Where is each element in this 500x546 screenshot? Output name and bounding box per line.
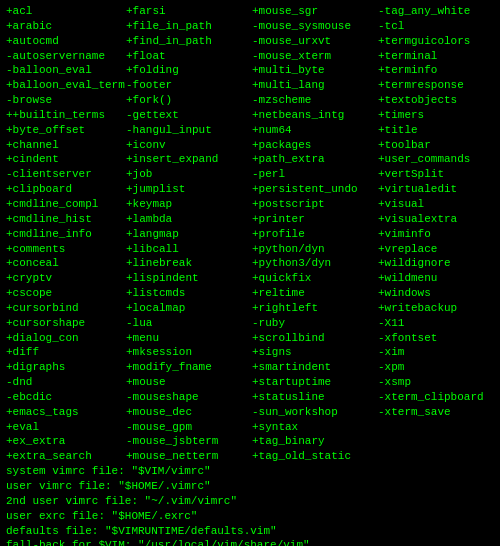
feature-col1: +cscope — [6, 286, 126, 301]
feature-col3: +persistent_undo — [252, 182, 378, 197]
feature-col4: +wildmenu — [378, 271, 494, 286]
footer-line: defaults file: "$VIMRUNTIME/defaults.vim… — [6, 524, 494, 539]
feature-col2: +modify_fname — [126, 360, 252, 375]
feature-col2: +menu — [126, 331, 252, 346]
feature-col3: -mouse_sysmouse — [252, 19, 378, 34]
feature-col2: +langmap — [126, 227, 252, 242]
feature-col3: +printer — [252, 212, 378, 227]
feature-col2: +find_in_path — [126, 34, 252, 49]
feature-row: +eval-mouse_gpm+syntax — [6, 420, 494, 435]
feature-col2: +localmap — [126, 301, 252, 316]
feature-col3: +postscript — [252, 197, 378, 212]
feature-col1: +balloon_eval_term — [6, 78, 126, 93]
feature-row: +cmdline_compl+keymap+postscript+visual — [6, 197, 494, 212]
feature-col3: +num64 — [252, 123, 378, 138]
feature-col3: +reltime — [252, 286, 378, 301]
feature-col4: +terminfo — [378, 63, 494, 78]
feature-row: -ebcdic-mouseshape+statusline-xterm_clip… — [6, 390, 494, 405]
feature-col2: -mouse_jsbterm — [126, 434, 252, 449]
feature-col4: -xterm_clipboard — [378, 390, 494, 405]
feature-row: -dnd+mouse+startuptime-xsmp — [6, 375, 494, 390]
feature-row: +conceal+linebreak+python3/dyn+wildignor… — [6, 256, 494, 271]
feature-col4: -xsmp — [378, 375, 494, 390]
feature-col3: +python3/dyn — [252, 256, 378, 271]
feature-col2: -mouse_gpm — [126, 420, 252, 435]
feature-col3: -perl — [252, 167, 378, 182]
feature-col3: +python/dyn — [252, 242, 378, 257]
feature-col3: -ruby — [252, 316, 378, 331]
feature-col3: +startuptime — [252, 375, 378, 390]
feature-row: +arabic+file_in_path-mouse_sysmouse-tcl — [6, 19, 494, 34]
feature-row: +comments+libcall+python/dyn+vreplace — [6, 242, 494, 257]
feature-row: +channel+iconv+packages+toolbar — [6, 138, 494, 153]
feature-col1: +channel — [6, 138, 126, 153]
feature-col1: -balloon_eval — [6, 63, 126, 78]
feature-col3: -mzscheme — [252, 93, 378, 108]
feature-col1: ++builtin_terms — [6, 108, 126, 123]
feature-row: -clientserver+job-perl+vertSplit — [6, 167, 494, 182]
feature-col2: +insert_expand — [126, 152, 252, 167]
feature-row: +dialog_con+menu+scrollbind-xfontset — [6, 331, 494, 346]
feature-col2: -gettext — [126, 108, 252, 123]
feature-col2: +float — [126, 49, 252, 64]
feature-col1: +conceal — [6, 256, 126, 271]
feature-col2: +jumplist — [126, 182, 252, 197]
feature-row: +acl+farsi+mouse_sgr-tag_any_white — [6, 4, 494, 19]
feature-col2: +lispindent — [126, 271, 252, 286]
feature-row: +autocmd+find_in_path-mouse_urxvt+termgu… — [6, 34, 494, 49]
feature-col4 — [378, 434, 494, 449]
feature-col3: +mouse_sgr — [252, 4, 378, 19]
feature-col2: +mouse_dec — [126, 405, 252, 420]
feature-row: +ex_extra-mouse_jsbterm+tag_binary — [6, 434, 494, 449]
feature-col4: +textobjects — [378, 93, 494, 108]
feature-col4: +vertSplit — [378, 167, 494, 182]
feature-row: -browse+fork()-mzscheme+textobjects — [6, 93, 494, 108]
feature-col3: -mouse_urxvt — [252, 34, 378, 49]
footer-line: user vimrc file: "$HOME/.vimrc" — [6, 479, 494, 494]
feature-row: +digraphs+modify_fname+smartindent-xpm — [6, 360, 494, 375]
feature-col1: -dnd — [6, 375, 126, 390]
feature-row: ++builtin_terms-gettext+netbeans_intg+ti… — [6, 108, 494, 123]
feature-col2: +linebreak — [126, 256, 252, 271]
feature-col4: +visual — [378, 197, 494, 212]
terminal-window: +acl+farsi+mouse_sgr-tag_any_white+arabi… — [6, 4, 494, 546]
feature-col4: -tag_any_white — [378, 4, 494, 19]
feature-col1: +byte_offset — [6, 123, 126, 138]
feature-col3: +smartindent — [252, 360, 378, 375]
feature-col1: -clientserver — [6, 167, 126, 182]
feature-col2: +keymap — [126, 197, 252, 212]
feature-col2: +mouse_netterm — [126, 449, 252, 464]
feature-col4: -xpm — [378, 360, 494, 375]
feature-col2: +fork() — [126, 93, 252, 108]
feature-col1: +emacs_tags — [6, 405, 126, 420]
feature-row: +cursorshape-lua-ruby-X11 — [6, 316, 494, 331]
feature-col2: +listcmds — [126, 286, 252, 301]
feature-col1: +cmdline_hist — [6, 212, 126, 227]
feature-col4: +vreplace — [378, 242, 494, 257]
footer-line: fall-back for $VIM: "/usr/local/vim/shar… — [6, 538, 494, 546]
feature-row: -autoservername+float-mouse_xterm+termin… — [6, 49, 494, 64]
feature-col1: +digraphs — [6, 360, 126, 375]
feature-col4: +user_commands — [378, 152, 494, 167]
feature-col1: +acl — [6, 4, 126, 19]
feature-col1: +arabic — [6, 19, 126, 34]
feature-col1: +cryptv — [6, 271, 126, 286]
feature-col2: +lambda — [126, 212, 252, 227]
feature-row: +cursorbind+localmap+rightleft+writeback… — [6, 301, 494, 316]
feature-col1: +ex_extra — [6, 434, 126, 449]
feature-col4: +title — [378, 123, 494, 138]
feature-col4: +termguicolors — [378, 34, 494, 49]
feature-col3: +scrollbind — [252, 331, 378, 346]
feature-row: -balloon_eval+folding+multi_byte+terminf… — [6, 63, 494, 78]
feature-col3: +quickfix — [252, 271, 378, 286]
feature-col4: -tcl — [378, 19, 494, 34]
feature-col2: -hangul_input — [126, 123, 252, 138]
feature-col2: +farsi — [126, 4, 252, 19]
feature-col2: -mouseshape — [126, 390, 252, 405]
feature-row: +extra_search+mouse_netterm+tag_old_stat… — [6, 449, 494, 464]
feature-col4: +wildignore — [378, 256, 494, 271]
feature-col3: +signs — [252, 345, 378, 360]
feature-col3: +multi_byte — [252, 63, 378, 78]
feature-col1: +cmdline_info — [6, 227, 126, 242]
feature-col4: +virtualedit — [378, 182, 494, 197]
